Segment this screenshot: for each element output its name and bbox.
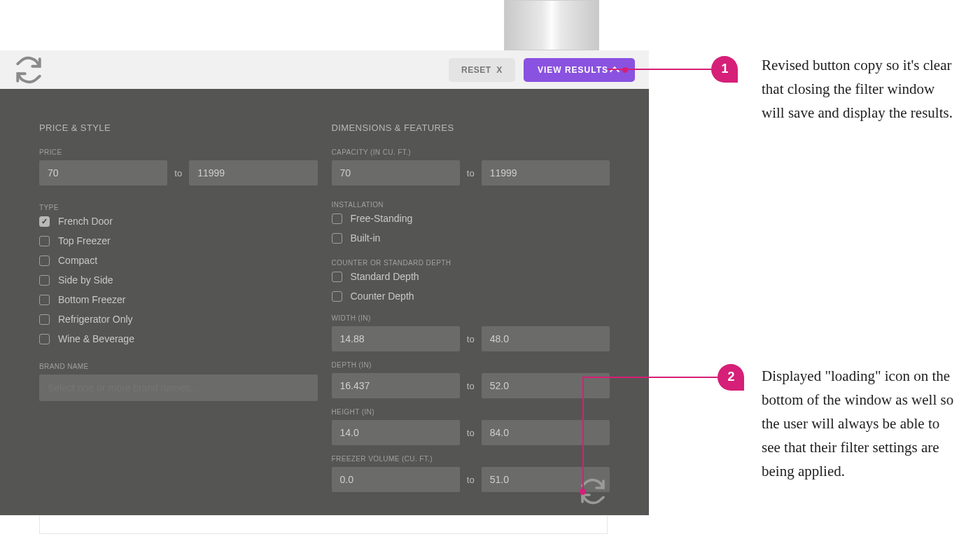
label-type: TYPE bbox=[39, 204, 318, 211]
callout-connector bbox=[582, 377, 584, 490]
reset-button[interactable]: RESET X bbox=[449, 58, 515, 82]
type-item[interactable]: Bottom Freezer bbox=[39, 294, 318, 305]
results-row-peek bbox=[39, 516, 608, 534]
view-results-label: VIEW RESULTS bbox=[538, 65, 608, 75]
type-label: French Door bbox=[58, 216, 113, 227]
section-title-price-style: PRICE & STYLE bbox=[39, 122, 318, 133]
close-x-icon: X bbox=[496, 65, 503, 75]
label-brand: BRAND NAME bbox=[39, 363, 318, 370]
price-range: to bbox=[39, 160, 318, 186]
depth-type-item[interactable]: Standard Depth bbox=[332, 271, 610, 282]
type-label: Refrigerator Only bbox=[58, 314, 133, 325]
callout-connector bbox=[608, 69, 713, 70]
depth-from-input[interactable] bbox=[332, 373, 460, 398]
type-label: Top Freezer bbox=[58, 235, 111, 246]
price-from-input[interactable] bbox=[39, 160, 167, 186]
label-depth-type: COUNTER OR STANDARD DEPTH bbox=[332, 259, 610, 267]
range-to-word: to bbox=[467, 475, 475, 485]
type-label: Wine & Beverage bbox=[58, 333, 134, 344]
annotation-2-text: Displayed "loading" icon on the bottom o… bbox=[762, 364, 958, 483]
type-item[interactable]: French Door bbox=[39, 216, 318, 227]
label-capacity: CAPACITY (IN CU. FT.) bbox=[332, 148, 610, 156]
label-price: PRICE bbox=[39, 148, 318, 156]
checkbox-icon bbox=[39, 216, 50, 227]
loading-icon bbox=[14, 55, 43, 85]
type-item[interactable]: Wine & Beverage bbox=[39, 333, 318, 344]
checkbox-icon bbox=[39, 236, 50, 246]
height-to-input[interactable] bbox=[482, 420, 610, 445]
callout-badge-1: 1 bbox=[711, 56, 738, 83]
type-checklist: French DoorTop FreezerCompactSide by Sid… bbox=[39, 216, 318, 344]
width-from-input[interactable] bbox=[332, 326, 460, 351]
filter-body: PRICE & STYLE PRICE to TYPE French DoorT… bbox=[0, 89, 649, 515]
depth-type-label: Counter Depth bbox=[351, 290, 414, 302]
product-thumbnail-strip bbox=[504, 0, 599, 50]
callout-number: 1 bbox=[721, 62, 728, 77]
installation-checklist: Free-StandingBuilt-in bbox=[332, 213, 610, 244]
price-to-input[interactable] bbox=[189, 160, 317, 186]
checkbox-icon bbox=[39, 255, 50, 266]
label-freezer: FREEZER VOLUME (CU. FT.) bbox=[332, 455, 610, 463]
checkbox-icon bbox=[332, 272, 342, 282]
checkbox-icon bbox=[332, 214, 342, 224]
height-range: to bbox=[332, 420, 610, 445]
width-range: to bbox=[332, 326, 610, 351]
type-label: Side by Side bbox=[58, 274, 113, 286]
installation-label: Built-in bbox=[351, 232, 381, 244]
callout-connector bbox=[582, 377, 719, 378]
label-height: HEIGHT (IN) bbox=[332, 408, 610, 416]
range-to-word: to bbox=[174, 168, 182, 178]
range-to-word: to bbox=[467, 168, 475, 178]
filter-header: RESET X VIEW RESULTS bbox=[0, 50, 649, 89]
label-depth-in: DEPTH (IN) bbox=[332, 361, 610, 369]
range-to-word: to bbox=[467, 334, 475, 344]
width-to-input[interactable] bbox=[482, 326, 610, 351]
reset-label: RESET bbox=[461, 65, 491, 75]
depth-type-item[interactable]: Counter Depth bbox=[332, 290, 610, 302]
chevron-up-icon bbox=[610, 66, 620, 76]
checkbox-icon bbox=[332, 233, 342, 244]
type-item[interactable]: Refrigerator Only bbox=[39, 314, 318, 325]
callout-badge-2: 2 bbox=[718, 364, 744, 391]
range-to-word: to bbox=[467, 428, 475, 438]
checkbox-icon bbox=[39, 314, 50, 325]
depth-range: to bbox=[332, 373, 610, 398]
type-item[interactable]: Compact bbox=[39, 255, 318, 266]
capacity-range: to bbox=[332, 160, 610, 186]
label-width: WIDTH (IN) bbox=[332, 314, 610, 322]
installation-label: Free-Standing bbox=[351, 213, 413, 224]
type-label: Compact bbox=[58, 255, 97, 266]
col-dimensions-features: DIMENSIONS & FEATURES CAPACITY (IN CU. F… bbox=[332, 122, 610, 493]
height-from-input[interactable] bbox=[332, 420, 460, 445]
col-price-style: PRICE & STYLE PRICE to TYPE French DoorT… bbox=[39, 122, 318, 493]
annotation-1-text: Revised button copy so it's clear that c… bbox=[762, 53, 958, 125]
checkbox-icon bbox=[39, 334, 50, 344]
capacity-from-input[interactable] bbox=[332, 160, 460, 186]
checkbox-icon bbox=[332, 291, 342, 302]
type-item[interactable]: Top Freezer bbox=[39, 235, 318, 246]
checkbox-icon bbox=[39, 275, 50, 286]
type-label: Bottom Freezer bbox=[58, 294, 125, 305]
range-to-word: to bbox=[467, 381, 475, 391]
filter-panel: RESET X VIEW RESULTS PRICE & STYLE PRICE… bbox=[0, 50, 649, 515]
type-item[interactable]: Side by Side bbox=[39, 274, 318, 286]
freezer-from-input[interactable] bbox=[332, 467, 460, 492]
brand-select-input[interactable] bbox=[39, 374, 318, 401]
freezer-range: to bbox=[332, 467, 610, 492]
checkbox-icon bbox=[39, 295, 50, 305]
depth-checklist: Standard DepthCounter Depth bbox=[332, 271, 610, 302]
capacity-to-input[interactable] bbox=[482, 160, 610, 186]
label-installation: INSTALLATION bbox=[332, 201, 610, 209]
depth-type-label: Standard Depth bbox=[351, 271, 419, 282]
section-title-dimensions: DIMENSIONS & FEATURES bbox=[332, 122, 610, 133]
installation-item[interactable]: Built-in bbox=[332, 232, 610, 244]
callout-number: 2 bbox=[727, 370, 734, 385]
installation-item[interactable]: Free-Standing bbox=[332, 213, 610, 224]
